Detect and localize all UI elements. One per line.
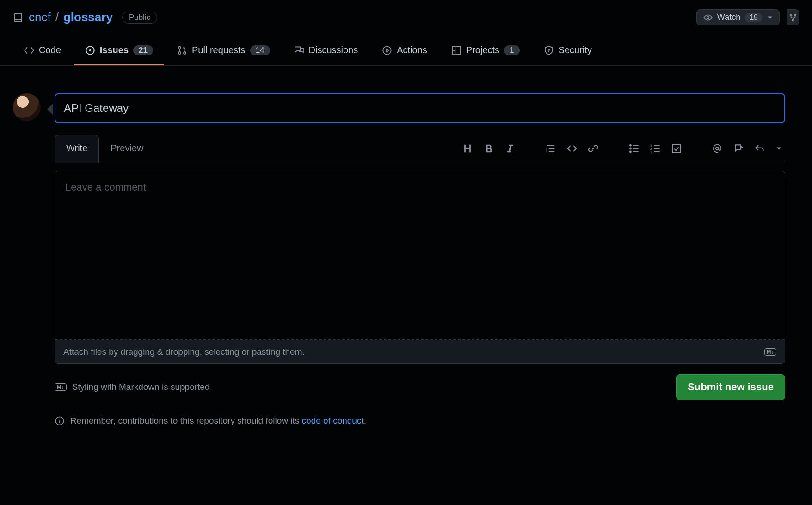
tab-code-label: Code bbox=[39, 45, 61, 55]
watch-count: 19 bbox=[745, 13, 763, 22]
svg-point-14 bbox=[630, 151, 631, 153]
svg-text:3: 3 bbox=[650, 150, 652, 154]
bold-icon[interactable] bbox=[484, 143, 494, 154]
fork-button-stub[interactable] bbox=[787, 9, 799, 25]
comment-discussion-icon bbox=[294, 45, 304, 55]
list-unordered-icon[interactable] bbox=[629, 143, 639, 154]
heading-icon[interactable] bbox=[462, 143, 473, 154]
link-icon[interactable] bbox=[588, 143, 598, 154]
eye-icon bbox=[703, 13, 713, 22]
tab-issues-count: 21 bbox=[133, 45, 153, 55]
tab-actions[interactable]: Actions bbox=[371, 37, 438, 65]
tab-preview[interactable]: Preview bbox=[99, 135, 155, 162]
submit-new-issue-button[interactable]: Submit new issue bbox=[676, 374, 785, 400]
svg-point-21 bbox=[59, 419, 60, 419]
tab-pull-requests[interactable]: Pull requests 14 bbox=[166, 37, 281, 65]
svg-point-2 bbox=[794, 14, 796, 16]
svg-point-13 bbox=[630, 148, 631, 149]
chevron-down-icon[interactable] bbox=[776, 143, 781, 154]
issue-title-input[interactable] bbox=[55, 93, 785, 123]
watch-button[interactable]: Watch 19 bbox=[696, 9, 780, 25]
tab-issues[interactable]: Issues 21 bbox=[74, 37, 164, 65]
play-icon bbox=[382, 45, 392, 55]
repo-owner-link[interactable]: cncf bbox=[29, 10, 51, 25]
project-icon bbox=[451, 45, 461, 55]
code-of-conduct-link[interactable]: code of conduct bbox=[302, 416, 364, 425]
svg-point-0 bbox=[707, 16, 709, 18]
list-ordered-icon[interactable]: 123 bbox=[650, 143, 660, 154]
svg-point-11 bbox=[548, 49, 549, 50]
tab-projects-count: 1 bbox=[504, 45, 519, 55]
git-pull-request-icon bbox=[177, 45, 187, 55]
tab-security-label: Security bbox=[559, 45, 592, 55]
breadcrumb: cncf / glossary bbox=[29, 10, 113, 25]
info-icon bbox=[55, 416, 65, 426]
repo-icon bbox=[13, 12, 23, 24]
tab-security[interactable]: Security bbox=[533, 37, 603, 65]
svg-point-9 bbox=[383, 46, 391, 54]
svg-point-8 bbox=[184, 52, 186, 54]
markdown-badge-icon[interactable]: M↓ bbox=[764, 348, 776, 356]
svg-point-5 bbox=[89, 49, 91, 51]
italic-icon[interactable] bbox=[505, 143, 515, 154]
attach-hint: Attach files by dragging & dropping, sel… bbox=[63, 347, 305, 357]
tasklist-icon[interactable] bbox=[671, 143, 682, 154]
svg-point-7 bbox=[178, 52, 181, 54]
svg-point-12 bbox=[630, 145, 631, 146]
issue-opened-icon bbox=[85, 45, 95, 55]
repo-name-link[interactable]: glossary bbox=[63, 10, 113, 25]
chevron-down-icon bbox=[767, 15, 773, 20]
comment-pointer bbox=[47, 104, 53, 115]
tab-projects[interactable]: Projects 1 bbox=[440, 37, 531, 65]
svg-point-1 bbox=[790, 14, 792, 16]
attach-files-dropzone[interactable]: Attach files by dragging & dropping, sel… bbox=[55, 340, 785, 363]
breadcrumb-separator: / bbox=[55, 10, 60, 25]
tab-pulls-label: Pull requests bbox=[192, 45, 246, 55]
code-icon bbox=[24, 45, 34, 55]
quote-icon[interactable] bbox=[546, 143, 556, 154]
svg-point-6 bbox=[178, 47, 181, 49]
svg-point-3 bbox=[792, 19, 794, 21]
code-of-conduct-note: Remember, contributions to this reposito… bbox=[70, 416, 366, 426]
tab-projects-label: Projects bbox=[466, 45, 499, 55]
tab-discussions[interactable]: Discussions bbox=[283, 37, 369, 65]
comment-textarea[interactable] bbox=[55, 171, 785, 338]
tab-actions-label: Actions bbox=[397, 45, 427, 55]
watch-label: Watch bbox=[717, 12, 740, 22]
visibility-badge: Public bbox=[122, 12, 157, 24]
reply-icon[interactable] bbox=[755, 143, 765, 154]
svg-rect-18 bbox=[672, 144, 681, 153]
markdown-toolbar: 123 bbox=[462, 143, 785, 154]
tab-discussions-label: Discussions bbox=[309, 45, 358, 55]
avatar[interactable] bbox=[13, 93, 41, 121]
tab-issues-label: Issues bbox=[100, 45, 129, 55]
mention-icon[interactable] bbox=[712, 143, 722, 154]
tab-write[interactable]: Write bbox=[55, 135, 99, 163]
tab-pulls-count: 14 bbox=[250, 45, 270, 55]
repo-tabs: Code Issues 21 Pull requests 14 Discussi… bbox=[0, 37, 812, 66]
styling-note: Styling with Markdown is supported bbox=[72, 382, 210, 392]
shield-icon bbox=[544, 45, 554, 55]
markdown-badge-icon: M↓ bbox=[55, 383, 67, 391]
code-icon[interactable] bbox=[567, 143, 577, 154]
cross-reference-icon[interactable] bbox=[733, 143, 744, 154]
tab-code[interactable]: Code bbox=[13, 37, 72, 65]
